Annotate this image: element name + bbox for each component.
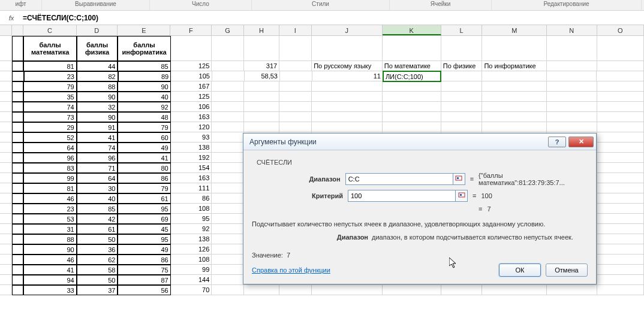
cell[interactable]: 125: [171, 61, 212, 71]
cell[interactable]: 35: [23, 92, 76, 102]
cell[interactable]: 92: [118, 102, 170, 112]
cell[interactable]: 58: [77, 265, 118, 275]
cell[interactable]: 60: [118, 132, 170, 143]
cell[interactable]: 92: [171, 224, 212, 234]
cell[interactable]: 41: [77, 132, 118, 143]
cell[interactable]: 31: [23, 224, 76, 234]
cell[interactable]: По физике: [441, 61, 483, 71]
cell[interactable]: 64: [23, 143, 76, 153]
cell[interactable]: 46: [23, 193, 76, 204]
col-header-e[interactable]: E: [118, 25, 170, 35]
cell[interactable]: 44: [77, 61, 118, 71]
cell[interactable]: 80: [118, 163, 170, 173]
cell[interactable]: 317: [244, 61, 279, 71]
col-header-d[interactable]: D: [77, 25, 118, 35]
cell[interactable]: 48: [118, 112, 170, 122]
cell[interactable]: По математике: [383, 61, 441, 71]
cell[interactable]: 42: [77, 214, 118, 224]
cell[interactable]: 192: [171, 153, 212, 163]
cell[interactable]: 95: [171, 214, 212, 224]
formula-input[interactable]: [18, 12, 644, 24]
cell[interactable]: 58,53: [245, 71, 280, 81]
cell[interactable]: 108: [171, 255, 212, 265]
cell[interactable]: 96: [77, 153, 118, 163]
cell[interactable]: 41: [23, 265, 76, 275]
cell[interactable]: 75: [118, 265, 170, 275]
col-header-f[interactable]: F: [170, 25, 212, 35]
col-header-i[interactable]: I: [279, 25, 312, 35]
cell[interactable]: 99: [23, 173, 76, 183]
cell[interactable]: 167: [171, 81, 212, 92]
cell[interactable]: 36: [77, 244, 118, 255]
cell[interactable]: 11: [312, 71, 383, 81]
cell[interactable]: 56: [118, 285, 170, 295]
cell[interactable]: 85: [118, 61, 170, 71]
cell[interactable]: 86: [118, 255, 170, 265]
cell[interactable]: [244, 285, 279, 295]
cell[interactable]: 99: [171, 265, 212, 275]
cell[interactable]: 52: [23, 132, 76, 143]
dialog-close-button[interactable]: ✕: [568, 137, 594, 147]
cell[interactable]: 126: [171, 244, 212, 255]
cell[interactable]: 90: [118, 81, 170, 92]
cell[interactable]: 88: [23, 234, 76, 244]
cell[interactable]: 37: [77, 285, 118, 295]
cell[interactable]: 73: [23, 112, 76, 122]
cell[interactable]: 23: [23, 204, 76, 214]
cell[interactable]: 50: [77, 234, 118, 244]
select-all-corner[interactable]: [0, 25, 12, 35]
cell[interactable]: 30: [77, 183, 118, 193]
cell[interactable]: 49: [118, 143, 170, 153]
cell[interactable]: 111: [171, 183, 212, 193]
cell[interactable]: 138: [171, 143, 212, 153]
cell[interactable]: 41: [118, 153, 170, 163]
cell[interactable]: 120: [171, 122, 212, 132]
cell[interactable]: 62: [77, 255, 118, 265]
cell[interactable]: 93: [171, 132, 212, 143]
cell[interactable]: 106: [171, 102, 212, 112]
cell[interactable]: [244, 102, 279, 112]
cell[interactable]: 33: [23, 285, 76, 295]
col-header-l[interactable]: L: [441, 25, 483, 35]
cell[interactable]: 95: [118, 234, 170, 244]
cell[interactable]: [244, 122, 279, 132]
cell[interactable]: 95: [118, 204, 170, 214]
cell[interactable]: 94: [23, 275, 76, 285]
arg-criteria-picker-button[interactable]: [456, 190, 468, 202]
dialog-titlebar[interactable]: Аргументы функции ? ✕: [243, 134, 596, 150]
cell[interactable]: 45: [118, 224, 170, 234]
arg-criteria-input[interactable]: [348, 190, 456, 202]
cell[interactable]: По русскому языку: [312, 61, 383, 71]
cell[interactable]: 96: [23, 153, 76, 163]
col-header-g[interactable]: G: [212, 25, 244, 35]
cell[interactable]: 90: [23, 244, 76, 255]
cell[interactable]: 125: [171, 92, 212, 102]
cell[interactable]: 86: [171, 193, 212, 204]
col-header-n[interactable]: N: [547, 25, 597, 35]
ok-button[interactable]: ОК: [499, 263, 541, 277]
cell[interactable]: 64: [77, 173, 118, 183]
cell[interactable]: 79: [118, 183, 170, 193]
cell[interactable]: 82: [77, 71, 118, 81]
col-header-k[interactable]: K: [383, 25, 441, 35]
col-header-b[interactable]: [12, 25, 24, 35]
cell[interactable]: 29: [23, 122, 76, 132]
help-link[interactable]: Справка по этой функции: [252, 266, 330, 274]
cell[interactable]: 86: [118, 173, 170, 183]
cancel-button[interactable]: Отмена: [546, 263, 588, 277]
col-header-o[interactable]: O: [597, 25, 644, 35]
cell[interactable]: 87: [118, 275, 170, 285]
cell[interactable]: 105: [171, 71, 212, 81]
cell[interactable]: 108: [171, 204, 212, 214]
dialog-help-button[interactable]: ?: [548, 137, 566, 147]
cell[interactable]: 79: [23, 81, 76, 92]
cell[interactable]: 23: [24, 71, 77, 81]
cell[interactable]: 81: [23, 183, 76, 193]
cell[interactable]: 154: [171, 163, 212, 173]
cell[interactable]: 74: [77, 143, 118, 153]
col-header-j[interactable]: J: [312, 25, 383, 35]
cell[interactable]: 90: [77, 112, 118, 122]
cell[interactable]: По информатике: [482, 61, 547, 71]
cell[interactable]: 83: [23, 163, 76, 173]
cell[interactable]: 90: [77, 92, 118, 102]
